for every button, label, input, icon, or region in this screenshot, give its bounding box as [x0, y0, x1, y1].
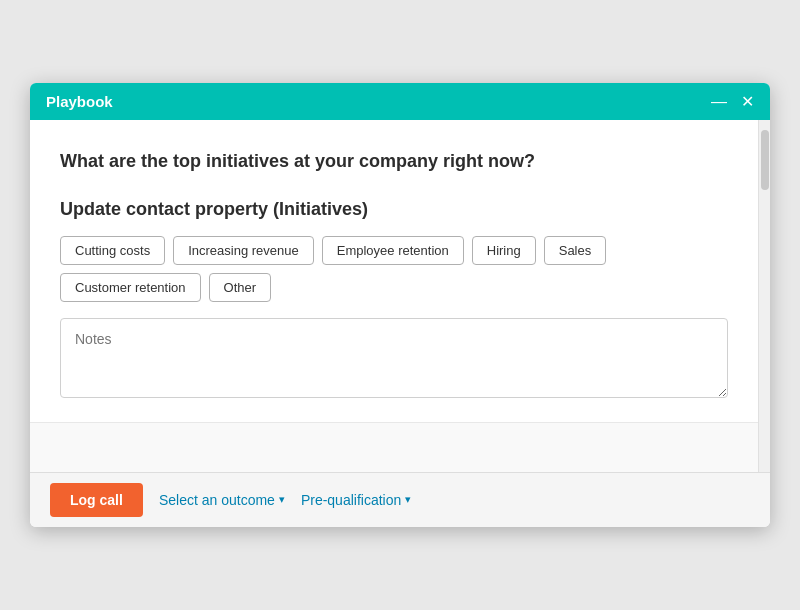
chip-employee-retention[interactable]: Employee retention — [322, 236, 464, 265]
chip-cutting-costs[interactable]: Cutting costs — [60, 236, 165, 265]
question-text: What are the top initiatives at your com… — [60, 148, 728, 174]
chip-sales[interactable]: Sales — [544, 236, 607, 265]
chips-container: Cutting costsIncreasing revenueEmployee … — [60, 236, 728, 302]
scrollbar-thumb — [761, 130, 769, 190]
chip-hiring[interactable]: Hiring — [472, 236, 536, 265]
log-call-button[interactable]: Log call — [50, 483, 143, 517]
main-content: What are the top initiatives at your com… — [30, 120, 758, 471]
chip-customer-retention[interactable]: Customer retention — [60, 273, 201, 302]
titlebar-controls: — ✕ — [711, 94, 754, 110]
bottom-bar-placeholder — [30, 422, 758, 472]
scrollbar-track[interactable] — [758, 120, 770, 471]
notes-textarea[interactable] — [60, 318, 728, 398]
close-button[interactable]: ✕ — [741, 94, 754, 110]
playbook-window: Playbook — ✕ What are the top initiative… — [30, 83, 770, 526]
chip-increasing-revenue[interactable]: Increasing revenue — [173, 236, 314, 265]
section-label: Update contact property (Initiatives) — [60, 199, 728, 220]
outcome-chevron-icon: ▾ — [279, 493, 285, 506]
minimize-button[interactable]: — — [711, 94, 727, 110]
prequalification-button[interactable]: Pre-qualification ▾ — [301, 492, 411, 508]
content-area: What are the top initiatives at your com… — [30, 120, 770, 471]
titlebar: Playbook — ✕ — [30, 83, 770, 120]
chip-other[interactable]: Other — [209, 273, 272, 302]
footer: Log call Select an outcome ▾ Pre-qualifi… — [30, 472, 770, 527]
prequalification-chevron-icon: ▾ — [405, 493, 411, 506]
titlebar-title: Playbook — [46, 93, 113, 110]
select-outcome-button[interactable]: Select an outcome ▾ — [159, 492, 285, 508]
